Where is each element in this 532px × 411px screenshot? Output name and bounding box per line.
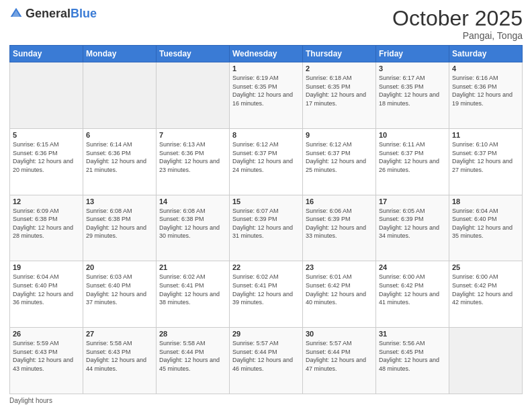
weekday-header-saturday: Saturday <box>449 46 523 62</box>
day-cell: 17Sunrise: 6:05 AMSunset: 6:39 PMDayligh… <box>376 195 449 261</box>
day-number: 7 <box>159 131 226 139</box>
day-cell: 20Sunrise: 6:03 AMSunset: 6:40 PMDayligh… <box>83 261 157 328</box>
day-number: 13 <box>86 197 153 205</box>
day-number: 16 <box>306 197 373 205</box>
day-cell: 4Sunrise: 6:16 AMSunset: 6:36 PMDaylight… <box>449 62 523 129</box>
day-number: 22 <box>232 263 300 271</box>
day-cell: 25Sunrise: 6:00 AMSunset: 6:42 PMDayligh… <box>449 261 523 328</box>
day-cell: 23Sunrise: 6:01 AMSunset: 6:42 PMDayligh… <box>303 261 376 328</box>
day-cell: 31Sunrise: 5:56 AMSunset: 6:45 PMDayligh… <box>376 328 449 394</box>
weekday-header-sunday: Sunday <box>10 46 83 62</box>
day-cell: 18Sunrise: 6:04 AMSunset: 6:40 PMDayligh… <box>449 195 523 261</box>
week-row-3: 12Sunrise: 6:09 AMSunset: 6:38 PMDayligh… <box>10 195 523 261</box>
day-cell: 12Sunrise: 6:09 AMSunset: 6:38 PMDayligh… <box>10 195 83 261</box>
day-info: Sunrise: 6:09 AMSunset: 6:38 PMDaylight:… <box>13 207 80 240</box>
page: GeneralBlue October 2025 Pangai, Tonga S… <box>0 0 532 411</box>
day-info: Sunrise: 6:00 AMSunset: 6:42 PMDaylight:… <box>452 273 519 306</box>
logo-text: GeneralBlue <box>26 7 97 20</box>
day-info: Sunrise: 6:12 AMSunset: 6:37 PMDaylight:… <box>232 140 300 174</box>
day-cell: 15Sunrise: 6:07 AMSunset: 6:39 PMDayligh… <box>230 195 303 261</box>
day-number: 3 <box>379 64 446 73</box>
logo-general: General <box>26 7 71 20</box>
day-info: Sunrise: 6:16 AMSunset: 6:36 PMDaylight:… <box>452 74 519 107</box>
day-info: Sunrise: 6:07 AMSunset: 6:39 PMDaylight:… <box>232 207 300 240</box>
day-number: 8 <box>232 131 300 139</box>
day-cell: 16Sunrise: 6:06 AMSunset: 6:39 PMDayligh… <box>303 195 376 261</box>
week-row-5: 26Sunrise: 5:59 AMSunset: 6:43 PMDayligh… <box>10 328 523 394</box>
day-number: 14 <box>159 197 226 205</box>
daylight-label: Daylight hours <box>9 397 52 404</box>
month-title: October 2025 <box>392 7 523 30</box>
day-cell: 27Sunrise: 5:58 AMSunset: 6:43 PMDayligh… <box>83 328 157 394</box>
day-number: 15 <box>232 197 300 205</box>
weekday-header-row: SundayMondayTuesdayWednesdayThursdayFrid… <box>10 46 523 62</box>
weekday-header-monday: Monday <box>83 46 157 62</box>
day-info: Sunrise: 6:18 AMSunset: 6:35 PMDaylight:… <box>306 74 373 107</box>
day-cell: 3Sunrise: 6:17 AMSunset: 6:35 PMDaylight… <box>376 62 449 129</box>
weekday-header-thursday: Thursday <box>303 46 376 62</box>
day-number: 11 <box>452 131 519 139</box>
day-cell: 22Sunrise: 6:02 AMSunset: 6:41 PMDayligh… <box>230 261 303 328</box>
day-info: Sunrise: 6:05 AMSunset: 6:39 PMDaylight:… <box>379 207 446 240</box>
day-cell: 21Sunrise: 6:02 AMSunset: 6:41 PMDayligh… <box>157 261 230 328</box>
generalblue-logo-icon <box>9 7 23 20</box>
day-number: 1 <box>232 64 300 73</box>
day-number: 25 <box>452 263 519 271</box>
day-info: Sunrise: 6:08 AMSunset: 6:38 PMDaylight:… <box>86 207 153 240</box>
day-info: Sunrise: 6:04 AMSunset: 6:40 PMDaylight:… <box>452 207 519 240</box>
day-number: 6 <box>86 131 153 139</box>
day-info: Sunrise: 5:57 AMSunset: 6:44 PMDaylight:… <box>306 339 373 373</box>
day-number: 30 <box>306 330 373 338</box>
day-cell: 1Sunrise: 6:19 AMSunset: 6:35 PMDaylight… <box>230 62 303 129</box>
calendar-table: SundayMondayTuesdayWednesdayThursdayFrid… <box>9 45 523 394</box>
day-cell: 24Sunrise: 6:00 AMSunset: 6:42 PMDayligh… <box>376 261 449 328</box>
day-info: Sunrise: 6:04 AMSunset: 6:40 PMDaylight:… <box>13 273 80 306</box>
day-number: 28 <box>159 330 226 338</box>
day-info: Sunrise: 6:15 AMSunset: 6:36 PMDaylight:… <box>13 140 80 174</box>
logo: GeneralBlue <box>9 7 97 20</box>
week-row-1: 1Sunrise: 6:19 AMSunset: 6:35 PMDaylight… <box>10 62 523 129</box>
day-info: Sunrise: 6:19 AMSunset: 6:35 PMDaylight:… <box>232 74 300 107</box>
day-number: 18 <box>452 197 519 205</box>
day-info: Sunrise: 5:56 AMSunset: 6:45 PMDaylight:… <box>379 339 446 373</box>
day-cell <box>10 62 83 129</box>
day-number: 19 <box>13 263 80 271</box>
day-number: 24 <box>379 263 446 271</box>
location-title: Pangai, Tonga <box>392 30 523 41</box>
day-cell: 10Sunrise: 6:11 AMSunset: 6:37 PMDayligh… <box>376 128 449 195</box>
day-info: Sunrise: 6:01 AMSunset: 6:42 PMDaylight:… <box>306 273 373 306</box>
day-info: Sunrise: 6:08 AMSunset: 6:38 PMDaylight:… <box>159 207 226 240</box>
day-number: 20 <box>86 263 153 271</box>
day-cell: 13Sunrise: 6:08 AMSunset: 6:38 PMDayligh… <box>83 195 157 261</box>
day-number: 12 <box>13 197 80 205</box>
day-number: 5 <box>13 131 80 139</box>
day-cell: 6Sunrise: 6:14 AMSunset: 6:36 PMDaylight… <box>83 128 157 195</box>
day-cell <box>157 62 230 129</box>
week-row-2: 5Sunrise: 6:15 AMSunset: 6:36 PMDaylight… <box>10 128 523 195</box>
day-info: Sunrise: 6:13 AMSunset: 6:36 PMDaylight:… <box>159 140 226 174</box>
day-number: 9 <box>306 131 373 139</box>
day-info: Sunrise: 6:10 AMSunset: 6:37 PMDaylight:… <box>452 140 519 174</box>
day-info: Sunrise: 6:02 AMSunset: 6:41 PMDaylight:… <box>232 273 300 306</box>
day-number: 21 <box>159 263 226 271</box>
day-cell: 28Sunrise: 5:58 AMSunset: 6:44 PMDayligh… <box>157 328 230 394</box>
day-cell <box>449 328 523 394</box>
day-number: 10 <box>379 131 446 139</box>
day-cell: 9Sunrise: 6:12 AMSunset: 6:37 PMDaylight… <box>303 128 376 195</box>
day-info: Sunrise: 6:14 AMSunset: 6:36 PMDaylight:… <box>86 140 153 174</box>
weekday-header-friday: Friday <box>376 46 449 62</box>
day-info: Sunrise: 6:11 AMSunset: 6:37 PMDaylight:… <box>379 140 446 174</box>
day-number: 26 <box>13 330 80 338</box>
day-cell: 2Sunrise: 6:18 AMSunset: 6:35 PMDaylight… <box>303 62 376 129</box>
day-number: 2 <box>306 64 373 73</box>
day-number: 31 <box>379 330 446 338</box>
day-cell: 26Sunrise: 5:59 AMSunset: 6:43 PMDayligh… <box>10 328 83 394</box>
title-block: October 2025 Pangai, Tonga <box>392 7 523 41</box>
week-row-4: 19Sunrise: 6:04 AMSunset: 6:40 PMDayligh… <box>10 261 523 328</box>
day-info: Sunrise: 6:12 AMSunset: 6:37 PMDaylight:… <box>306 140 373 174</box>
day-info: Sunrise: 5:57 AMSunset: 6:44 PMDaylight:… <box>232 339 300 373</box>
footer-note: Daylight hours <box>9 397 523 404</box>
day-cell: 30Sunrise: 5:57 AMSunset: 6:44 PMDayligh… <box>303 328 376 394</box>
day-cell: 14Sunrise: 6:08 AMSunset: 6:38 PMDayligh… <box>157 195 230 261</box>
day-number: 17 <box>379 197 446 205</box>
